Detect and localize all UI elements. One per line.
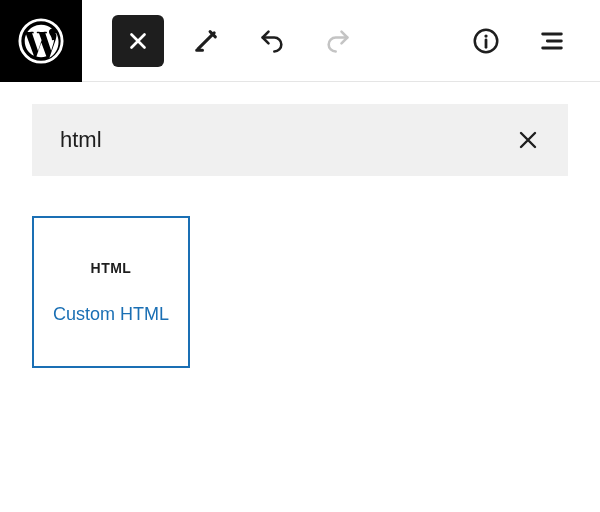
toolbar-right-group	[462, 17, 600, 65]
close-inserter-button[interactable]	[112, 15, 164, 67]
close-icon	[516, 128, 540, 152]
block-card-custom-html[interactable]: HTML Custom HTML	[32, 216, 190, 368]
toolbar-left-group	[82, 15, 362, 67]
html-block-icon: HTML	[91, 260, 132, 276]
info-button[interactable]	[462, 17, 510, 65]
outline-icon	[538, 27, 566, 55]
undo-icon	[258, 27, 286, 55]
edit-button[interactable]	[182, 17, 230, 65]
wordpress-icon	[18, 18, 64, 64]
block-title: Custom HTML	[53, 304, 169, 325]
close-icon	[125, 28, 151, 54]
svg-point-2	[484, 34, 487, 37]
redo-icon	[324, 27, 352, 55]
block-search-input[interactable]	[60, 127, 516, 153]
outline-button[interactable]	[528, 17, 576, 65]
clear-search-button[interactable]	[516, 128, 540, 152]
wordpress-logo[interactable]	[0, 0, 82, 82]
block-search-box	[32, 104, 568, 176]
undo-button[interactable]	[248, 17, 296, 65]
info-icon	[471, 26, 501, 56]
block-results: HTML Custom HTML	[0, 198, 600, 386]
block-search-area	[0, 82, 600, 198]
redo-button[interactable]	[314, 17, 362, 65]
editor-toolbar	[0, 0, 600, 82]
pencil-icon	[192, 27, 220, 55]
